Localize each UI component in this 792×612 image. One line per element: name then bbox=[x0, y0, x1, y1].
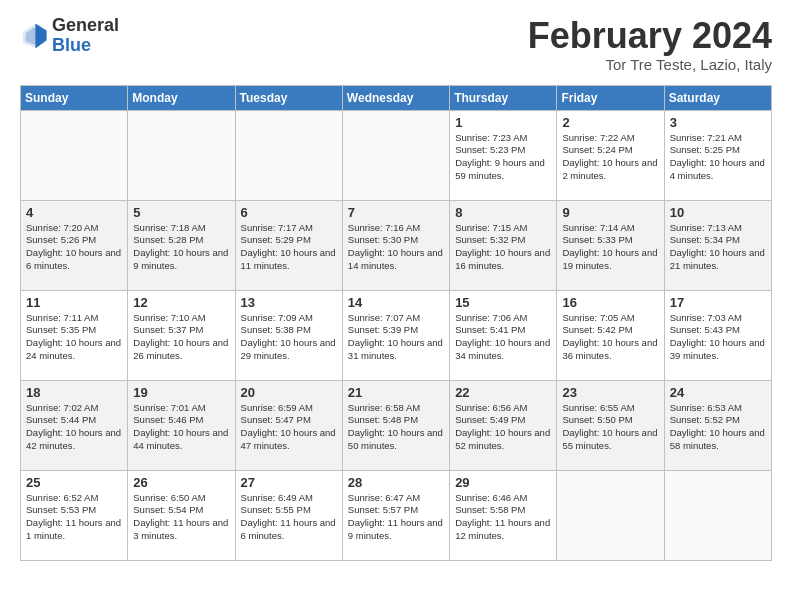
day-info: Sunrise: 7:16 AMSunset: 5:30 PMDaylight:… bbox=[348, 222, 444, 273]
cell-5-7 bbox=[664, 470, 771, 560]
day-info: Sunrise: 7:10 AMSunset: 5:37 PMDaylight:… bbox=[133, 312, 229, 363]
day-number: 12 bbox=[133, 295, 229, 310]
cell-3-1: 11Sunrise: 7:11 AMSunset: 5:35 PMDayligh… bbox=[21, 290, 128, 380]
col-saturday: Saturday bbox=[664, 85, 771, 110]
day-number: 1 bbox=[455, 115, 551, 130]
cell-5-5: 29Sunrise: 6:46 AMSunset: 5:58 PMDayligh… bbox=[450, 470, 557, 560]
calendar-table: Sunday Monday Tuesday Wednesday Thursday… bbox=[20, 85, 772, 561]
day-number: 18 bbox=[26, 385, 122, 400]
day-number: 23 bbox=[562, 385, 658, 400]
week-row-2: 4Sunrise: 7:20 AMSunset: 5:26 PMDaylight… bbox=[21, 200, 772, 290]
day-info: Sunrise: 6:47 AMSunset: 5:57 PMDaylight:… bbox=[348, 492, 444, 543]
logo-text: General Blue bbox=[52, 16, 119, 56]
cell-1-1 bbox=[21, 110, 128, 200]
day-info: Sunrise: 7:23 AMSunset: 5:23 PMDaylight:… bbox=[455, 132, 551, 183]
cell-5-3: 27Sunrise: 6:49 AMSunset: 5:55 PMDayligh… bbox=[235, 470, 342, 560]
day-number: 5 bbox=[133, 205, 229, 220]
logo-general: General bbox=[52, 16, 119, 36]
day-number: 19 bbox=[133, 385, 229, 400]
day-number: 24 bbox=[670, 385, 766, 400]
cell-3-6: 16Sunrise: 7:05 AMSunset: 5:42 PMDayligh… bbox=[557, 290, 664, 380]
day-info: Sunrise: 7:13 AMSunset: 5:34 PMDaylight:… bbox=[670, 222, 766, 273]
day-number: 15 bbox=[455, 295, 551, 310]
logo-blue: Blue bbox=[52, 36, 119, 56]
cell-5-1: 25Sunrise: 6:52 AMSunset: 5:53 PMDayligh… bbox=[21, 470, 128, 560]
day-info: Sunrise: 6:55 AMSunset: 5:50 PMDaylight:… bbox=[562, 402, 658, 453]
col-monday: Monday bbox=[128, 85, 235, 110]
cell-2-7: 10Sunrise: 7:13 AMSunset: 5:34 PMDayligh… bbox=[664, 200, 771, 290]
day-number: 25 bbox=[26, 475, 122, 490]
day-number: 28 bbox=[348, 475, 444, 490]
week-row-4: 18Sunrise: 7:02 AMSunset: 5:44 PMDayligh… bbox=[21, 380, 772, 470]
col-friday: Friday bbox=[557, 85, 664, 110]
cell-3-2: 12Sunrise: 7:10 AMSunset: 5:37 PMDayligh… bbox=[128, 290, 235, 380]
day-number: 9 bbox=[562, 205, 658, 220]
day-info: Sunrise: 6:49 AMSunset: 5:55 PMDaylight:… bbox=[241, 492, 337, 543]
cell-5-2: 26Sunrise: 6:50 AMSunset: 5:54 PMDayligh… bbox=[128, 470, 235, 560]
cell-4-4: 21Sunrise: 6:58 AMSunset: 5:48 PMDayligh… bbox=[342, 380, 449, 470]
header-row: Sunday Monday Tuesday Wednesday Thursday… bbox=[21, 85, 772, 110]
cell-1-2 bbox=[128, 110, 235, 200]
day-info: Sunrise: 7:03 AMSunset: 5:43 PMDaylight:… bbox=[670, 312, 766, 363]
day-number: 7 bbox=[348, 205, 444, 220]
cell-1-3 bbox=[235, 110, 342, 200]
day-number: 13 bbox=[241, 295, 337, 310]
header: General Blue February 2024 Tor Tre Teste… bbox=[20, 16, 772, 73]
cell-3-5: 15Sunrise: 7:06 AMSunset: 5:41 PMDayligh… bbox=[450, 290, 557, 380]
cell-4-3: 20Sunrise: 6:59 AMSunset: 5:47 PMDayligh… bbox=[235, 380, 342, 470]
day-number: 3 bbox=[670, 115, 766, 130]
col-tuesday: Tuesday bbox=[235, 85, 342, 110]
day-number: 17 bbox=[670, 295, 766, 310]
cell-5-4: 28Sunrise: 6:47 AMSunset: 5:57 PMDayligh… bbox=[342, 470, 449, 560]
svg-marker-2 bbox=[35, 23, 46, 48]
day-info: Sunrise: 7:18 AMSunset: 5:28 PMDaylight:… bbox=[133, 222, 229, 273]
day-number: 22 bbox=[455, 385, 551, 400]
col-wednesday: Wednesday bbox=[342, 85, 449, 110]
cell-3-3: 13Sunrise: 7:09 AMSunset: 5:38 PMDayligh… bbox=[235, 290, 342, 380]
cell-2-1: 4Sunrise: 7:20 AMSunset: 5:26 PMDaylight… bbox=[21, 200, 128, 290]
month-title: February 2024 bbox=[528, 16, 772, 56]
day-number: 6 bbox=[241, 205, 337, 220]
day-number: 8 bbox=[455, 205, 551, 220]
day-number: 20 bbox=[241, 385, 337, 400]
day-info: Sunrise: 7:20 AMSunset: 5:26 PMDaylight:… bbox=[26, 222, 122, 273]
cell-3-7: 17Sunrise: 7:03 AMSunset: 5:43 PMDayligh… bbox=[664, 290, 771, 380]
day-info: Sunrise: 7:01 AMSunset: 5:46 PMDaylight:… bbox=[133, 402, 229, 453]
cell-5-6 bbox=[557, 470, 664, 560]
col-thursday: Thursday bbox=[450, 85, 557, 110]
col-sunday: Sunday bbox=[21, 85, 128, 110]
day-number: 10 bbox=[670, 205, 766, 220]
day-info: Sunrise: 6:56 AMSunset: 5:49 PMDaylight:… bbox=[455, 402, 551, 453]
day-info: Sunrise: 7:17 AMSunset: 5:29 PMDaylight:… bbox=[241, 222, 337, 273]
cell-4-1: 18Sunrise: 7:02 AMSunset: 5:44 PMDayligh… bbox=[21, 380, 128, 470]
day-info: Sunrise: 7:21 AMSunset: 5:25 PMDaylight:… bbox=[670, 132, 766, 183]
cell-2-3: 6Sunrise: 7:17 AMSunset: 5:29 PMDaylight… bbox=[235, 200, 342, 290]
day-info: Sunrise: 7:09 AMSunset: 5:38 PMDaylight:… bbox=[241, 312, 337, 363]
day-info: Sunrise: 7:14 AMSunset: 5:33 PMDaylight:… bbox=[562, 222, 658, 273]
cell-4-2: 19Sunrise: 7:01 AMSunset: 5:46 PMDayligh… bbox=[128, 380, 235, 470]
cell-2-5: 8Sunrise: 7:15 AMSunset: 5:32 PMDaylight… bbox=[450, 200, 557, 290]
cell-4-5: 22Sunrise: 6:56 AMSunset: 5:49 PMDayligh… bbox=[450, 380, 557, 470]
week-row-1: 1Sunrise: 7:23 AMSunset: 5:23 PMDaylight… bbox=[21, 110, 772, 200]
day-number: 11 bbox=[26, 295, 122, 310]
cell-3-4: 14Sunrise: 7:07 AMSunset: 5:39 PMDayligh… bbox=[342, 290, 449, 380]
week-row-3: 11Sunrise: 7:11 AMSunset: 5:35 PMDayligh… bbox=[21, 290, 772, 380]
day-info: Sunrise: 6:46 AMSunset: 5:58 PMDaylight:… bbox=[455, 492, 551, 543]
day-info: Sunrise: 6:53 AMSunset: 5:52 PMDaylight:… bbox=[670, 402, 766, 453]
day-info: Sunrise: 6:59 AMSunset: 5:47 PMDaylight:… bbox=[241, 402, 337, 453]
page: General Blue February 2024 Tor Tre Teste… bbox=[0, 0, 792, 581]
cell-2-6: 9Sunrise: 7:14 AMSunset: 5:33 PMDaylight… bbox=[557, 200, 664, 290]
day-number: 29 bbox=[455, 475, 551, 490]
day-number: 4 bbox=[26, 205, 122, 220]
day-info: Sunrise: 7:11 AMSunset: 5:35 PMDaylight:… bbox=[26, 312, 122, 363]
day-info: Sunrise: 7:15 AMSunset: 5:32 PMDaylight:… bbox=[455, 222, 551, 273]
day-info: Sunrise: 6:58 AMSunset: 5:48 PMDaylight:… bbox=[348, 402, 444, 453]
cell-4-7: 24Sunrise: 6:53 AMSunset: 5:52 PMDayligh… bbox=[664, 380, 771, 470]
day-info: Sunrise: 6:50 AMSunset: 5:54 PMDaylight:… bbox=[133, 492, 229, 543]
day-info: Sunrise: 7:05 AMSunset: 5:42 PMDaylight:… bbox=[562, 312, 658, 363]
cell-1-4 bbox=[342, 110, 449, 200]
cell-2-2: 5Sunrise: 7:18 AMSunset: 5:28 PMDaylight… bbox=[128, 200, 235, 290]
subtitle: Tor Tre Teste, Lazio, Italy bbox=[528, 56, 772, 73]
day-number: 16 bbox=[562, 295, 658, 310]
cell-1-6: 2Sunrise: 7:22 AMSunset: 5:24 PMDaylight… bbox=[557, 110, 664, 200]
